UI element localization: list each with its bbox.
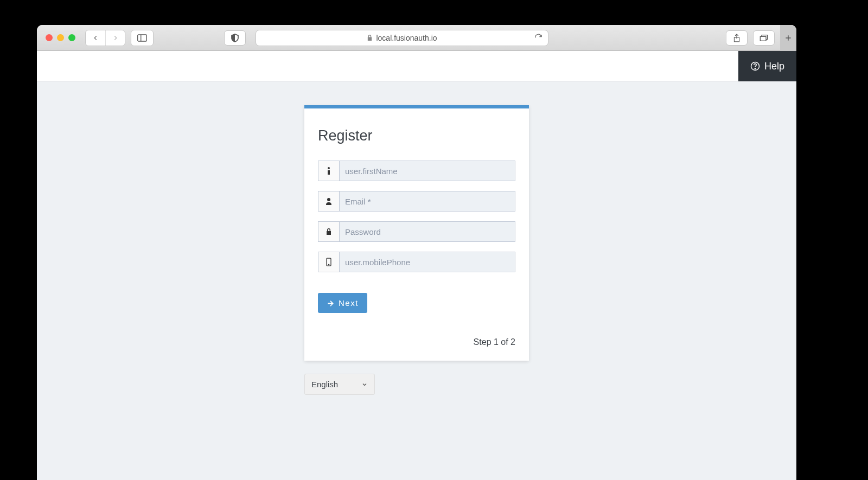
url-text: local.fusionauth.io xyxy=(376,34,437,42)
password-row xyxy=(318,221,515,242)
user-icon xyxy=(326,197,332,205)
privacy-shield-button[interactable] xyxy=(224,30,246,46)
firstname-input[interactable] xyxy=(340,161,515,181)
password-input[interactable] xyxy=(340,221,515,242)
right-buttons xyxy=(726,25,791,51)
firstname-row xyxy=(318,161,515,181)
window-maximize-icon[interactable] xyxy=(68,34,75,41)
card-title: Register xyxy=(318,127,515,144)
register-card: Register xyxy=(304,105,529,361)
sidebar-toggle-wrap xyxy=(131,30,154,46)
lock-icon xyxy=(367,34,373,41)
browser-chrome: local.fusionauth.io xyxy=(37,25,796,51)
traffic-lights xyxy=(42,34,75,41)
mobilephone-input[interactable] xyxy=(340,252,515,272)
language-label: English xyxy=(311,380,338,389)
svg-point-10 xyxy=(327,198,330,201)
svg-rect-3 xyxy=(760,36,766,41)
mobilephone-row xyxy=(318,252,515,272)
browser-window: local.fusionauth.io Help xyxy=(37,25,796,480)
forward-button[interactable] xyxy=(105,30,125,46)
new-tab-button[interactable] xyxy=(780,25,796,51)
chevron-left-icon xyxy=(92,34,99,42)
lock-icon xyxy=(326,228,332,235)
shield-icon xyxy=(231,34,239,42)
next-label: Next xyxy=(339,298,359,308)
url-content: local.fusionauth.io xyxy=(367,34,437,42)
nav-group xyxy=(85,30,125,46)
svg-point-8 xyxy=(328,167,330,169)
mobile-icon xyxy=(326,258,331,266)
mobile-addon xyxy=(318,252,340,272)
window-close-icon[interactable] xyxy=(46,34,53,41)
step-indicator: Step 1 of 2 xyxy=(318,337,515,347)
tabs-icon xyxy=(760,34,768,42)
share-button[interactable] xyxy=(726,30,748,46)
tabs-button[interactable] xyxy=(753,30,775,46)
info-icon xyxy=(327,167,330,175)
back-button[interactable] xyxy=(86,30,105,46)
user-addon xyxy=(318,191,340,212)
language-select[interactable]: English xyxy=(304,374,375,395)
url-bar[interactable]: local.fusionauth.io xyxy=(256,30,548,46)
plus-icon xyxy=(784,34,793,42)
svg-point-12 xyxy=(328,264,329,265)
svg-rect-9 xyxy=(328,170,330,175)
page-content: Help Register xyxy=(37,51,796,480)
svg-point-7 xyxy=(755,68,756,69)
help-icon xyxy=(750,61,760,71)
next-button[interactable]: Next xyxy=(318,293,367,313)
share-icon xyxy=(733,34,741,42)
help-label: Help xyxy=(764,61,784,72)
main-area: Register xyxy=(37,81,796,395)
arrow-right-icon xyxy=(327,299,334,307)
sidebar-toggle-button[interactable] xyxy=(131,30,153,46)
email-input[interactable] xyxy=(340,191,515,212)
svg-rect-0 xyxy=(138,35,147,41)
chevron-down-icon xyxy=(361,381,368,388)
help-button[interactable]: Help xyxy=(738,51,796,81)
window-minimize-icon[interactable] xyxy=(57,34,64,41)
reload-icon xyxy=(534,34,542,42)
top-bar: Help xyxy=(37,51,796,81)
email-row xyxy=(318,191,515,212)
chevron-right-icon xyxy=(112,34,119,42)
lock-addon xyxy=(318,221,340,242)
sidebar-icon xyxy=(137,34,147,42)
info-addon xyxy=(318,161,340,181)
reload-button[interactable] xyxy=(534,34,542,42)
